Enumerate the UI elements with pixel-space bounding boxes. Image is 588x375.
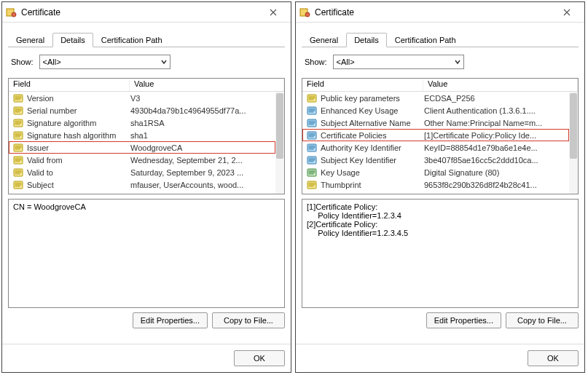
field-name: Serial number — [27, 106, 130, 115]
field-icon — [306, 154, 318, 166]
field-listview[interactable]: Field Value Public key parametersECDSA_P… — [302, 78, 579, 194]
svg-rect-24 — [15, 159, 21, 160]
field-name: Signature hash algorithm — [27, 131, 130, 140]
table-row[interactable]: VersionV3 — [9, 92, 275, 104]
svg-rect-27 — [15, 170, 21, 171]
svg-rect-21 — [15, 149, 20, 149]
table-row[interactable]: Signature algorithmsha1RSA — [9, 117, 275, 129]
edit-properties-button[interactable]: Edit Properties... — [426, 312, 501, 328]
field-name: Subject Key Identifier — [321, 156, 424, 165]
field-value: 3be407f85ae16cc5c2ddd10ca... — [424, 156, 568, 165]
table-row[interactable]: Certificate Policies[1]Certificate Polic… — [302, 129, 569, 141]
titlebar[interactable]: Certificate — [2, 2, 291, 23]
table-row[interactable]: Enhanced Key UsageClient Authentication … — [302, 104, 569, 117]
close-icon — [563, 9, 571, 16]
field-value: WoodgroveCA — [130, 143, 275, 152]
table-row[interactable]: Key UsageDigital Signature (80) — [302, 166, 569, 178]
tab-certification-path[interactable]: Certification Path — [387, 33, 464, 47]
svg-rect-8 — [15, 110, 21, 111]
show-label: Show: — [305, 58, 327, 66]
svg-rect-43 — [309, 111, 313, 112]
tab-general[interactable]: General — [8, 33, 52, 47]
table-row[interactable]: IssuerWoodgroveCA — [9, 141, 275, 154]
svg-rect-9 — [15, 111, 20, 112]
column-header-field[interactable]: Field — [302, 79, 423, 91]
tab-details[interactable]: Details — [346, 33, 387, 47]
field-icon — [306, 142, 318, 154]
tab-general[interactable]: General — [302, 33, 346, 47]
table-row[interactable]: Thumbprint9653f8c290b326d8f24b28c41... — [302, 178, 569, 191]
close-button[interactable] — [259, 3, 288, 22]
field-icon — [12, 154, 24, 166]
window-title: Certificate — [315, 7, 552, 17]
table-row[interactable]: Serial number4930b4da79b1c4964955df77a..… — [9, 104, 275, 117]
svg-rect-37 — [309, 96, 315, 97]
svg-rect-59 — [309, 161, 313, 162]
copy-to-file-button[interactable]: Copy to File... — [212, 312, 285, 328]
detail-textarea[interactable]: [1]Certificate Policy: Policy Identifier… — [302, 199, 579, 308]
svg-rect-65 — [309, 183, 315, 183]
table-row[interactable]: Authority Key IdentifierKeyID=88854d1e79… — [302, 141, 569, 154]
svg-point-35 — [305, 12, 310, 17]
svg-rect-58 — [309, 159, 315, 160]
table-row[interactable]: Public key parametersECDSA_P256 — [302, 92, 569, 104]
svg-rect-38 — [309, 98, 315, 98]
table-row[interactable]: Valid toSaturday, September 9, 2023 ... — [9, 166, 275, 178]
svg-rect-31 — [15, 183, 21, 183]
column-header-value[interactable]: Value — [130, 79, 284, 91]
ok-button[interactable]: OK — [234, 350, 285, 366]
field-icon — [12, 179, 24, 191]
certificate-window: Certificate General Details Certificatio… — [1, 1, 291, 373]
scrollbar-thumb[interactable] — [570, 93, 577, 159]
ok-button[interactable]: OK — [528, 350, 579, 366]
field-value: Other Name:Principal Name=m... — [424, 119, 568, 127]
svg-rect-51 — [309, 136, 313, 137]
field-name: Valid from — [27, 156, 130, 165]
field-name: Subject — [27, 181, 130, 189]
table-row[interactable]: Subject Alternative NameOther Name:Princ… — [302, 117, 569, 129]
svg-rect-15 — [15, 133, 21, 134]
show-label: Show: — [11, 58, 34, 66]
svg-rect-5 — [15, 99, 20, 100]
titlebar[interactable]: Certificate — [296, 2, 584, 23]
field-icon — [12, 105, 24, 117]
svg-rect-28 — [15, 172, 21, 173]
field-name: Issuer — [27, 143, 130, 152]
field-name: Thumbprint — [321, 181, 424, 189]
detail-textarea[interactable]: CN = WoodgroveCA — [8, 199, 285, 308]
tab-certification-path[interactable]: Certification Path — [93, 33, 170, 47]
table-row[interactable]: Subjectmfauser, UserAccounts, wood... — [9, 178, 275, 191]
table-row[interactable]: Valid fromWednesday, September 21, 2... — [9, 154, 275, 166]
close-icon — [270, 9, 277, 16]
scrollbar[interactable] — [569, 92, 578, 194]
field-name: Authority Key Identifier — [321, 143, 424, 152]
certificate-icon — [299, 7, 310, 18]
tab-details[interactable]: Details — [52, 33, 93, 47]
svg-rect-47 — [309, 124, 313, 125]
table-row[interactable]: Subject Key Identifier3be407f85ae16cc5c2… — [302, 154, 569, 166]
field-listview[interactable]: Field Value VersionV3Serial number4930b4… — [8, 78, 285, 194]
column-header-field[interactable]: Field — [9, 79, 130, 91]
show-dropdown[interactable]: <All> — [39, 55, 170, 69]
field-icon — [12, 117, 24, 129]
field-icon — [306, 117, 318, 129]
certificate-window: Certificate General Details Certificatio… — [295, 1, 585, 373]
close-button[interactable] — [552, 3, 581, 22]
table-rows: VersionV3Serial number4930b4da79b1c49649… — [9, 92, 275, 191]
edit-properties-button[interactable]: Edit Properties... — [133, 312, 208, 328]
copy-to-file-button[interactable]: Copy to File... — [506, 312, 579, 328]
svg-rect-16 — [15, 135, 21, 135]
svg-rect-32 — [15, 184, 21, 185]
column-header-value[interactable]: Value — [423, 79, 578, 91]
svg-rect-11 — [15, 121, 21, 122]
show-dropdown[interactable]: <All> — [333, 55, 464, 69]
scrollbar-thumb[interactable] — [276, 93, 283, 159]
svg-rect-39 — [309, 99, 313, 100]
tab-strip: General Details Certification Path — [8, 31, 285, 47]
table-row[interactable]: Signature hash algorithmsha1 — [9, 129, 275, 141]
field-icon — [12, 167, 24, 178]
svg-rect-33 — [15, 186, 20, 186]
svg-rect-62 — [309, 172, 315, 173]
svg-rect-49 — [309, 133, 315, 134]
scrollbar[interactable] — [275, 92, 284, 194]
